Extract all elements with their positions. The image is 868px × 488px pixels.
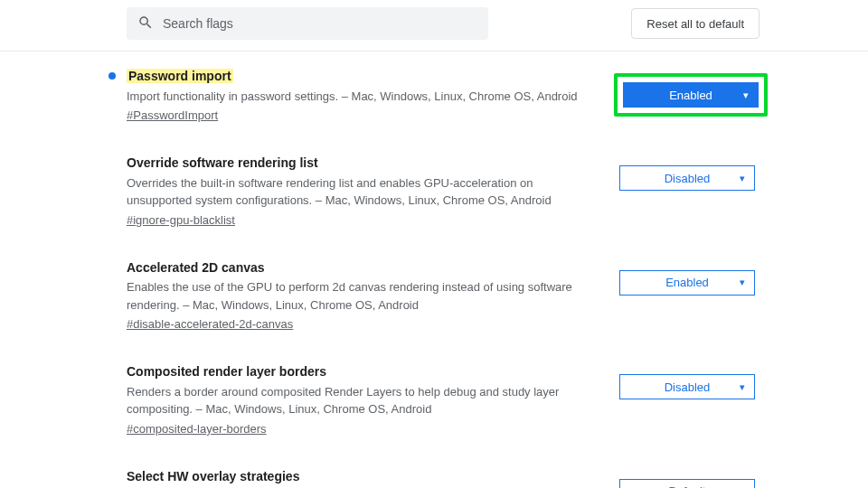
search-container[interactable] [127, 7, 488, 40]
flag-title: Select HW overlay strategies [127, 468, 598, 486]
flag-row: Select HW overlay strategies Select stra… [0, 468, 868, 488]
flag-control: Default [619, 468, 760, 488]
flag-row: Composited render layer borders Renders … [0, 363, 868, 468]
modified-indicator-col [108, 363, 127, 436]
flag-select[interactable]: Enabled [619, 270, 755, 296]
flag-control: Enabled [619, 68, 760, 122]
flag-control: Disabled [619, 363, 760, 436]
flag-content: Override software rendering list Overrid… [127, 155, 619, 227]
flag-select-value: Default [668, 484, 705, 488]
flag-row: Override software rendering list Overrid… [0, 155, 868, 259]
flag-select-value: Disabled [665, 172, 711, 185]
flag-title: Password import [127, 69, 233, 83]
flag-select[interactable]: Disabled [619, 165, 755, 191]
search-icon [137, 14, 154, 33]
flag-anchor-link[interactable]: #composited-layer-borders [127, 422, 267, 436]
modified-indicator-col [108, 259, 127, 332]
flag-control: Disabled [619, 155, 760, 227]
flag-row: Accelerated 2D canvas Enables the use of… [0, 259, 868, 364]
flag-content: Accelerated 2D canvas Enables the use of… [127, 259, 619, 332]
modified-indicator-col [108, 468, 127, 488]
flag-title: Composited render layer borders [127, 363, 598, 381]
flag-select-value: Disabled [665, 380, 711, 394]
flag-select[interactable]: Disabled [619, 374, 755, 399]
search-input[interactable] [163, 16, 477, 31]
reset-all-button[interactable]: Reset all to default [631, 8, 760, 39]
modified-dot-icon [108, 72, 116, 80]
flag-select-value: Enabled [669, 89, 712, 102]
flag-select-value: Enabled [665, 276, 709, 289]
flag-anchor-link[interactable]: #disable-accelerated-2d-canvas [127, 317, 293, 331]
flag-anchor-link[interactable]: #PasswordImport [127, 108, 218, 122]
flag-title: Override software rendering list [127, 155, 598, 173]
flag-content: Composited render layer borders Renders … [127, 363, 619, 436]
flag-control: Enabled [619, 259, 760, 332]
flag-anchor-link[interactable]: #ignore-gpu-blacklist [127, 213, 235, 227]
flag-title: Accelerated 2D canvas [127, 259, 598, 277]
modified-indicator-col [108, 155, 127, 227]
flag-content: Select HW overlay strategies Select stra… [127, 468, 619, 488]
modified-indicator-col [108, 68, 127, 122]
header-bar: Reset all to default [0, 0, 868, 52]
flag-description: Enables the use of the GPU to perform 2d… [127, 278, 598, 314]
flag-select[interactable]: Default [619, 479, 755, 488]
flag-content: Password import Import functionality in … [127, 68, 619, 122]
highlight-ring: Enabled [614, 73, 768, 117]
flag-row: Password import Import functionality in … [0, 68, 868, 155]
flag-description: Renders a border around composited Rende… [127, 383, 598, 418]
flag-description: Import functionality in password setting… [127, 88, 598, 106]
flag-description: Overrides the built-in software renderin… [127, 174, 598, 210]
flags-list: Password import Import functionality in … [0, 52, 868, 488]
flag-select[interactable]: Enabled [623, 82, 759, 108]
